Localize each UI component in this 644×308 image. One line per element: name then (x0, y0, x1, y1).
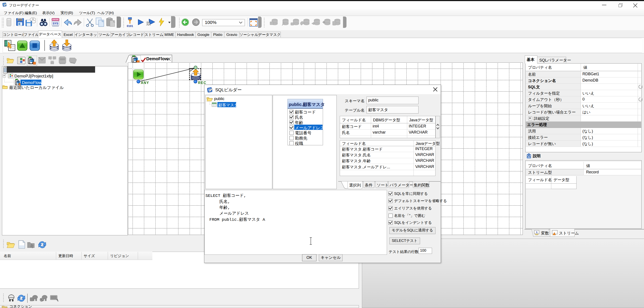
svg-text:0101: 0101 (127, 24, 133, 28)
svg-text:SYS: SYS (53, 22, 58, 25)
svg-text:X: X (536, 231, 538, 234)
